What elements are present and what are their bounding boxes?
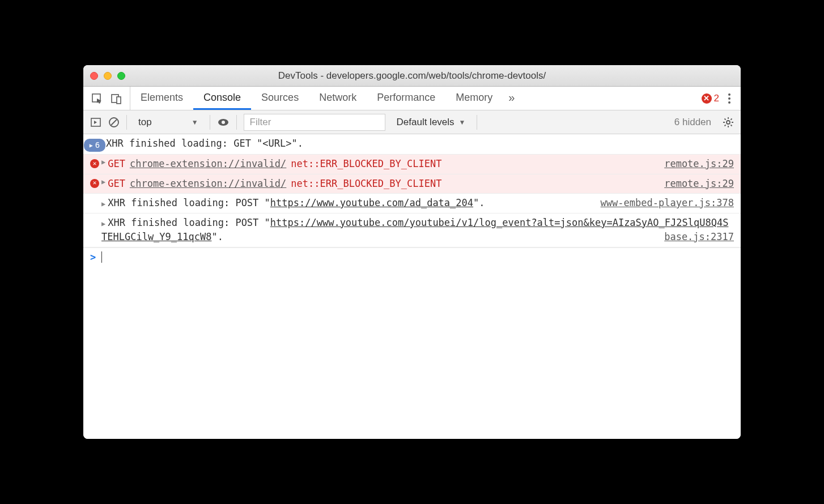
svg-line-15	[725, 125, 726, 126]
toggle-sidebar-icon[interactable]	[90, 117, 101, 128]
error-count-badge[interactable]: ✕ 2	[702, 93, 719, 104]
disclosure-triangle-icon[interactable]: ▶	[101, 157, 105, 172]
disclosure-triangle-icon[interactable]: ▶	[101, 177, 105, 191]
text-cursor	[101, 251, 102, 263]
prompt-icon: >	[90, 251, 96, 263]
separator	[126, 115, 127, 130]
close-window-button[interactable]	[90, 72, 98, 80]
console-settings-icon[interactable]	[723, 117, 734, 128]
chevron-down-icon: ▼	[192, 118, 198, 126]
message-url[interactable]: https://www.youtube.com/ad_data_204	[270, 197, 473, 208]
console-prompt[interactable]: >	[83, 247, 741, 266]
console-error-message[interactable]: ✕ ▶ GET chrome-extension://invalid/ net:…	[83, 174, 741, 194]
message-text: XHR finished loading: GET "<URL>".	[101, 136, 734, 151]
error-icon: ✕	[702, 93, 712, 104]
console-message[interactable]: ▶XHR finished loading: POST "https://www…	[83, 213, 741, 247]
window-controls	[90, 72, 125, 80]
tabs-left-tools	[83, 87, 130, 110]
message-suffix: ".	[473, 197, 485, 208]
devtools-window: DevTools - developers.google.com/web/too…	[83, 65, 741, 439]
tab-performance[interactable]: Performance	[367, 87, 445, 110]
minimize-window-button[interactable]	[104, 72, 112, 80]
tabs-overflow[interactable]: »	[503, 87, 520, 110]
tab-console[interactable]: Console	[193, 87, 251, 110]
console-output: ▶6 XHR finished loading: GET "<URL>". ✕ …	[83, 134, 741, 439]
tab-sources[interactable]: Sources	[251, 87, 309, 110]
tab-elements[interactable]: Elements	[130, 87, 193, 110]
maximize-window-button[interactable]	[117, 72, 125, 80]
svg-line-13	[725, 118, 726, 119]
chevron-right-icon: ▶	[90, 141, 93, 150]
svg-point-8	[727, 121, 730, 124]
chevron-double-right-icon: »	[508, 91, 515, 104]
more-menu-button[interactable]	[726, 93, 733, 104]
disclosure-triangle-icon[interactable]: ▶	[101, 200, 105, 208]
svg-rect-2	[117, 97, 121, 104]
http-method: GET	[108, 177, 125, 191]
source-link[interactable]: remote.js:29	[664, 177, 734, 191]
source-link[interactable]: base.js:2317	[664, 230, 734, 245]
tab-memory[interactable]: Memory	[445, 87, 503, 110]
separator	[236, 115, 237, 130]
source-link[interactable]: www-embed-player.js:378	[601, 196, 734, 211]
tabs-right: ✕ 2	[694, 87, 741, 110]
console-error-message[interactable]: ✕ ▶ GET chrome-extension://invalid/ net:…	[83, 155, 741, 174]
message-count-badge: ▶6	[88, 136, 101, 152]
context-selector[interactable]: top ▼	[134, 115, 203, 130]
source-link[interactable]: remote.js:29	[664, 157, 734, 172]
log-levels-selector[interactable]: Default levels ▼	[392, 115, 470, 130]
svg-line-14	[730, 125, 732, 126]
svg-line-16	[730, 118, 732, 119]
console-message[interactable]: ▶6 XHR finished loading: GET "<URL>".	[83, 134, 741, 155]
inspect-element-icon[interactable]	[91, 93, 103, 104]
error-url[interactable]: chrome-extension://invalid/	[130, 177, 286, 191]
message-prefix: XHR finished loading: POST "	[108, 217, 270, 228]
console-message[interactable]: ▶XHR finished loading: POST "https://www…	[83, 194, 741, 213]
live-expression-icon[interactable]	[217, 116, 230, 129]
hidden-messages-count[interactable]: 6 hidden	[674, 117, 711, 128]
message-suffix: ".	[211, 231, 223, 242]
filter-input[interactable]	[244, 114, 385, 131]
chevron-down-icon: ▼	[459, 118, 466, 126]
error-icon: ✕	[90, 179, 99, 188]
message-prefix: XHR finished loading: POST "	[108, 197, 270, 208]
svg-line-5	[111, 119, 117, 125]
panel-tabs: Elements Console Sources Network Perform…	[83, 87, 741, 110]
titlebar: DevTools - developers.google.com/web/too…	[83, 65, 741, 87]
separator	[210, 115, 210, 130]
tab-network[interactable]: Network	[309, 87, 367, 110]
http-method: GET	[108, 157, 125, 172]
clear-console-icon[interactable]	[108, 117, 120, 128]
window-title: DevTools - developers.google.com/web/too…	[90, 70, 734, 82]
error-code: net::ERR_BLOCKED_BY_CLIENT	[291, 157, 441, 172]
error-code: net::ERR_BLOCKED_BY_CLIENT	[291, 177, 441, 191]
device-toolbar-icon[interactable]	[111, 93, 122, 104]
separator	[477, 115, 477, 130]
svg-point-7	[222, 121, 225, 124]
error-icon: ✕	[90, 159, 99, 168]
disclosure-triangle-icon[interactable]: ▶	[101, 220, 105, 228]
error-url[interactable]: chrome-extension://invalid/	[130, 157, 286, 172]
console-toolbar: top ▼ Default levels ▼ 6 hidden	[83, 110, 741, 134]
